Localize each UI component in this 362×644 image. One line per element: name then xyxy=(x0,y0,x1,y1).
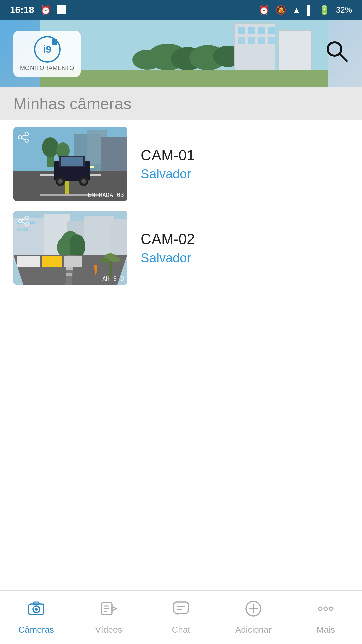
nav-item-videos[interactable]: Vídeos xyxy=(72,600,145,635)
parking-icon: 🅿 xyxy=(57,5,66,15)
svg-point-35 xyxy=(58,179,63,184)
svg-rect-79 xyxy=(34,602,39,605)
mais-label: Mais xyxy=(317,625,335,635)
svg-rect-64 xyxy=(42,256,62,267)
svg-point-5 xyxy=(132,50,163,70)
svg-point-40 xyxy=(18,136,22,139)
cameras-label: Câmeras xyxy=(18,625,54,635)
svg-rect-33 xyxy=(61,157,83,166)
svg-point-41 xyxy=(25,139,28,142)
logo-text: i9 xyxy=(43,44,51,55)
alarm-icon: ⏰ xyxy=(40,5,51,15)
adicionar-icon xyxy=(245,600,262,621)
bottom-nav: Câmeras Vídeos Chat xyxy=(0,590,362,644)
svg-rect-16 xyxy=(40,70,328,87)
camera-location-1: Salvador xyxy=(141,167,195,181)
svg-line-42 xyxy=(22,135,25,137)
camera-location-2: Salvador xyxy=(141,251,195,265)
wifi-icon: ▲ xyxy=(292,5,301,15)
header: i9 MONITORAMENTO xyxy=(0,20,362,87)
svg-rect-12 xyxy=(238,37,245,44)
battery-icon: 🔋 xyxy=(319,5,330,15)
svg-rect-14 xyxy=(258,37,265,44)
share-icon-2[interactable] xyxy=(17,215,29,230)
camera-name-1: CAM-01 xyxy=(141,147,195,164)
svg-point-71 xyxy=(25,216,28,219)
svg-point-56 xyxy=(69,234,85,258)
svg-point-57 xyxy=(57,238,70,257)
svg-rect-52 xyxy=(30,221,35,224)
nav-item-cameras[interactable]: Câmeras xyxy=(0,600,72,635)
alarm2-icon: ⏰ xyxy=(259,5,269,15)
header-bg-image xyxy=(40,20,328,87)
svg-point-78 xyxy=(35,608,38,611)
signal-icon: ▌ xyxy=(307,5,313,15)
nav-item-adicionar[interactable]: Adicionar xyxy=(217,600,290,635)
videos-label: Vídeos xyxy=(95,625,122,635)
status-bar: 16:18 ⏰ 🅿 ⏰ 🔕 ▲ ▌ 🔋 32% xyxy=(0,0,362,20)
svg-rect-38 xyxy=(90,166,94,168)
svg-line-75 xyxy=(22,222,25,224)
camera-info-1: CAM-01 Salvador xyxy=(141,147,195,181)
svg-point-24 xyxy=(42,137,59,157)
svg-rect-62 xyxy=(66,273,72,276)
camera-info-2: CAM-02 Salvador xyxy=(141,231,195,265)
videos-icon xyxy=(100,600,117,621)
section-title-bar: Minhas câmeras xyxy=(0,87,362,120)
svg-point-92 xyxy=(319,607,322,610)
svg-rect-65 xyxy=(64,256,82,267)
svg-rect-10 xyxy=(258,27,265,34)
svg-rect-9 xyxy=(248,27,255,34)
camera-list: ENTRADA 03 CAM-01 Salvador xyxy=(0,120,362,302)
app-logo: i9 MONITORAMENTO xyxy=(13,31,81,77)
camera-thumbnail-2[interactable]: AH S D xyxy=(13,211,127,285)
cam1-label: ENTRADA 03 xyxy=(88,191,124,198)
section-title: Minhas câmeras xyxy=(13,95,349,113)
svg-rect-15 xyxy=(268,37,275,44)
svg-point-73 xyxy=(25,223,28,226)
camera-name-2: CAM-02 xyxy=(141,231,195,248)
chat-label: Chat xyxy=(172,625,190,635)
status-time: 16:18 xyxy=(10,5,34,15)
svg-rect-11 xyxy=(268,27,275,34)
nav-item-mais[interactable]: Mais xyxy=(290,600,362,635)
svg-marker-84 xyxy=(112,607,117,611)
svg-point-94 xyxy=(329,607,333,610)
svg-line-18 xyxy=(340,54,347,61)
svg-line-43 xyxy=(22,138,25,140)
camera-item[interactable]: ENTRADA 03 CAM-01 Salvador xyxy=(13,127,349,201)
svg-point-69 xyxy=(111,257,120,262)
cam2-label: AH S D xyxy=(102,275,124,282)
chat-icon xyxy=(172,600,190,621)
svg-point-37 xyxy=(81,179,86,184)
logo-subtitle: MONITORAMENTO xyxy=(20,65,74,72)
svg-point-72 xyxy=(18,219,22,223)
mute-icon: 🔕 xyxy=(276,5,286,15)
camera-item-2[interactable]: AH S D CAM-02 Salvador xyxy=(13,211,349,285)
share-icon-1[interactable] xyxy=(17,131,29,146)
svg-point-39 xyxy=(25,132,28,136)
battery-level: 32% xyxy=(336,5,352,15)
mais-icon xyxy=(317,600,335,621)
adicionar-label: Adicionar xyxy=(235,625,272,635)
svg-point-68 xyxy=(100,258,109,263)
svg-rect-85 xyxy=(174,602,188,613)
search-button[interactable] xyxy=(325,40,349,68)
svg-line-74 xyxy=(22,219,25,220)
svg-rect-8 xyxy=(238,27,245,34)
camera-thumbnail-1[interactable]: ENTRADA 03 xyxy=(13,127,127,201)
svg-point-93 xyxy=(324,607,327,610)
svg-rect-22 xyxy=(101,137,127,171)
cameras-icon xyxy=(27,600,45,621)
svg-rect-63 xyxy=(17,256,40,267)
svg-rect-13 xyxy=(248,37,255,44)
nav-item-chat[interactable]: Chat xyxy=(145,600,217,635)
